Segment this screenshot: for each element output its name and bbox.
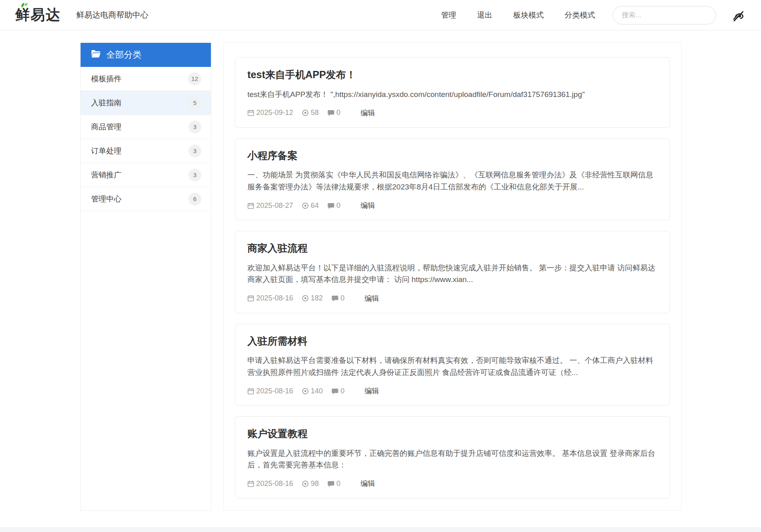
article-date: 2025-08-16 <box>247 387 293 395</box>
article-title[interactable]: 小程序备案 <box>247 149 658 162</box>
edit-link[interactable]: 编辑 <box>360 108 375 118</box>
top-header: 鲜易达 鲜易达电商帮助中心 管理 退出 板块模式 分类模式 <box>0 0 761 30</box>
sidebar-item-template-plugins[interactable]: 模板插件 12 <box>81 67 211 91</box>
article-excerpt: 欢迎加入鲜易达平台！以下是详细的入驻流程说明，帮助您快速完成入驻并开始销售。 第… <box>247 262 658 286</box>
article-card: test来自手机APP发布！ test来自手机APP发布！ ",https://… <box>235 57 670 128</box>
page-footer: 版权所有 © 2025 -鲜易达帮助中心 文章归档 隐私政策 联系我们 <box>0 527 761 532</box>
eye-icon <box>302 388 309 395</box>
article-comments: 0 <box>328 109 340 117</box>
nav-item-manage[interactable]: 管理 <box>441 10 456 20</box>
category-count-badge: 3 <box>188 169 201 181</box>
sidebar-item-admin-center[interactable]: 管理中心 6 <box>81 187 211 211</box>
article-card: 小程序备案 一、功能场景 为贯彻落实《中华人民共和国反电信网络诈骗法》、《互联网… <box>235 138 670 220</box>
category-label: 订单处理 <box>91 146 121 156</box>
comment-icon <box>328 109 334 116</box>
article-views: 98 <box>302 480 319 488</box>
eye-icon <box>302 109 309 116</box>
article-comments: 0 <box>332 387 344 395</box>
article-title[interactable]: 商家入驻流程 <box>247 242 658 255</box>
comment-icon <box>328 202 334 209</box>
sidebar-item-marketing[interactable]: 营销推广 3 <box>81 163 211 187</box>
calendar-icon <box>247 480 254 487</box>
article-card: 入驻所需材料 申请入驻鲜易达平台需要准备以下材料，请确保所有材料真实有效，否则可… <box>235 324 670 406</box>
article-comments: 0 <box>328 480 340 488</box>
category-count-badge: 5 <box>188 97 201 109</box>
category-label: 管理中心 <box>91 194 121 204</box>
category-label: 营销推广 <box>91 170 121 180</box>
calendar-icon <box>247 202 254 209</box>
article-meta: 2025-08-16 140 0 编辑 <box>247 386 658 396</box>
category-count-badge: 6 <box>188 193 201 206</box>
comment-icon <box>332 295 338 302</box>
article-list-panel: test来自手机APP发布！ test来自手机APP发布！ ",https://… <box>223 42 682 511</box>
comment-icon <box>328 480 334 487</box>
article-comments: 0 <box>328 202 340 210</box>
article-title[interactable]: test来自手机APP发布！ <box>247 68 658 81</box>
category-count-badge: 12 <box>188 73 201 85</box>
sidebar-item-order-processing[interactable]: 订单处理 3 <box>81 139 211 163</box>
article-excerpt: 账户设置是入驻流程中的重要环节，正确完善的账户信息有助于提升店铺可信度和运营效率… <box>247 447 658 471</box>
main-nav: 管理 退出 板块模式 分类模式 <box>441 10 595 20</box>
sidebar-item-onboarding-guide[interactable]: 入驻指南 5 <box>81 91 211 115</box>
eye-off-icon[interactable] <box>731 8 746 22</box>
article-meta: 2025-08-16 98 0 编辑 <box>247 479 658 488</box>
sidebar-head-label: 全部分类 <box>106 49 142 61</box>
article-meta: 2025-09-12 58 0 编辑 <box>247 108 658 118</box>
sidebar-item-product-management[interactable]: 商品管理 3 <box>81 115 211 139</box>
search-input[interactable] <box>613 6 716 24</box>
nav-item-board-mode[interactable]: 板块模式 <box>513 10 544 20</box>
calendar-icon <box>247 295 254 302</box>
nav-item-category-mode[interactable]: 分类模式 <box>565 10 595 20</box>
eye-icon <box>302 295 309 302</box>
calendar-icon <box>247 109 254 116</box>
article-excerpt: 申请入驻鲜易达平台需要准备以下材料，请确保所有材料真实有效，否则可能导致审核不通… <box>247 355 658 378</box>
category-label: 入驻指南 <box>91 98 121 108</box>
article-meta: 2025-08-16 182 0 编辑 <box>247 294 658 303</box>
article-date: 2025-09-12 <box>247 109 293 117</box>
article-date: 2025-08-16 <box>247 480 293 488</box>
article-excerpt: 一、功能场景 为贯彻落实《中华人民共和国反电信网络诈骗法》、《互联网信息服务管理… <box>247 169 658 193</box>
category-count-badge: 3 <box>188 121 201 133</box>
leaf-icon <box>19 2 28 10</box>
article-meta: 2025-08-27 64 0 编辑 <box>247 201 658 210</box>
article-comments: 0 <box>332 294 344 302</box>
edit-link[interactable]: 编辑 <box>360 479 375 488</box>
category-label: 模板插件 <box>91 74 121 84</box>
article-views: 182 <box>302 294 323 302</box>
site-logo[interactable]: 鲜易达 <box>15 5 61 25</box>
article-date: 2025-08-16 <box>247 294 293 302</box>
eye-icon <box>302 202 309 209</box>
eye-icon <box>302 480 309 487</box>
article-views: 58 <box>302 109 319 117</box>
main-layout: 全部分类 模板插件 12 入驻指南 5 商品管理 3 订单处理 3 营销推广 3… <box>0 30 761 511</box>
article-card: 账户设置教程 账户设置是入驻流程中的重要环节，正确完善的账户信息有助于提升店铺可… <box>235 416 670 498</box>
calendar-icon <box>247 388 254 395</box>
category-count-badge: 3 <box>188 145 201 157</box>
article-views: 64 <box>302 202 319 210</box>
article-title[interactable]: 账户设置教程 <box>247 427 658 440</box>
site-title: 鲜易达电商帮助中心 <box>76 10 148 20</box>
category-label: 商品管理 <box>91 122 121 132</box>
article-date: 2025-08-27 <box>247 202 293 210</box>
folder-icon <box>91 50 101 60</box>
comment-icon <box>332 388 338 395</box>
edit-link[interactable]: 编辑 <box>360 201 375 210</box>
article-views: 140 <box>302 387 323 395</box>
article-card: 商家入驻流程 欢迎加入鲜易达平台！以下是详细的入驻流程说明，帮助您快速完成入驻并… <box>235 231 670 313</box>
article-title[interactable]: 入驻所需材料 <box>247 335 658 348</box>
article-excerpt: test来自手机APP发布！ ",https://xianyida.ysxdo.… <box>247 89 658 100</box>
category-sidebar: 全部分类 模板插件 12 入驻指南 5 商品管理 3 订单处理 3 营销推广 3… <box>80 42 211 511</box>
edit-link[interactable]: 编辑 <box>364 294 379 303</box>
sidebar-all-categories[interactable]: 全部分类 <box>81 43 211 67</box>
nav-item-logout[interactable]: 退出 <box>477 10 492 20</box>
edit-link[interactable]: 编辑 <box>364 386 379 396</box>
